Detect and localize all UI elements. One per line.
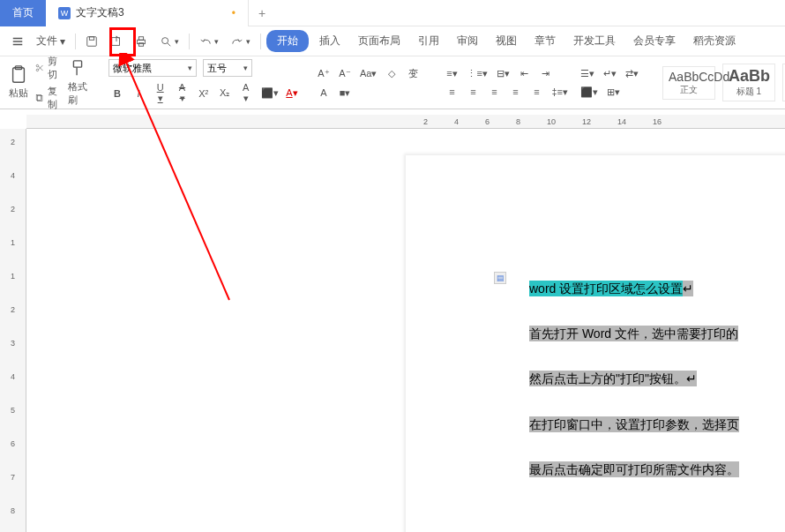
- change-case-button[interactable]: Aa▾: [357, 66, 379, 81]
- decrease-indent-button[interactable]: ⇤: [516, 66, 534, 81]
- show-marks-button[interactable]: ↵▾: [601, 66, 619, 81]
- tab-reference[interactable]: 引用: [411, 30, 446, 52]
- export-button[interactable]: [106, 33, 127, 50]
- numbering-button[interactable]: ⋮≡▾: [464, 66, 490, 81]
- copy-button[interactable]: 复制: [35, 85, 61, 111]
- chevron-down-icon[interactable]: ▾: [188, 64, 192, 72]
- scissors-icon: [35, 62, 44, 74]
- chevron-down-icon[interactable]: ▾: [243, 64, 248, 72]
- doc-paragraph[interactable]: 最后点击确定即可打印所需文件内容。: [529, 453, 785, 487]
- style-name: 正文: [669, 84, 709, 96]
- print-button[interactable]: [131, 33, 152, 50]
- align-left-button[interactable]: ≡: [443, 85, 460, 99]
- undo-icon: [199, 35, 212, 48]
- multilevel-button[interactable]: ⊟▾: [494, 66, 512, 81]
- new-tab-button[interactable]: +: [249, 6, 275, 20]
- page[interactable]: ▤ word 设置打印区域怎么设置↵ 首先打开 Word 文件，选中需要打印的 …: [406, 155, 785, 532]
- chevron-down-icon: ▾: [60, 35, 65, 48]
- chevron-down-icon: ▾: [175, 37, 179, 46]
- char-shading-button[interactable]: ■▾: [336, 86, 354, 101]
- file-menu[interactable]: 文件 ▾: [32, 31, 70, 51]
- print-preview-button[interactable]: ▾: [155, 33, 183, 50]
- doc-paragraph[interactable]: 然后点击上方的"打印"按钮。↵: [529, 362, 785, 396]
- tab-review[interactable]: 审阅: [450, 30, 485, 52]
- tab-page-layout[interactable]: 页面布局: [351, 30, 407, 52]
- tab-view[interactable]: 视图: [489, 30, 524, 52]
- style-normal[interactable]: AaBbCcDd 正文: [662, 66, 715, 100]
- align-right-button[interactable]: ≡: [485, 85, 503, 99]
- phonetic-button[interactable]: 变: [404, 65, 422, 82]
- align-justify-button[interactable]: ≡: [506, 85, 524, 99]
- hamburger-menu[interactable]: [7, 33, 28, 50]
- dirty-indicator: •: [232, 7, 236, 19]
- save-button[interactable]: [81, 33, 102, 50]
- superscript-button[interactable]: X²: [195, 86, 213, 101]
- align-distribute-button[interactable]: ≡: [527, 85, 545, 99]
- paste-group[interactable]: 粘贴: [9, 65, 28, 100]
- increase-font-button[interactable]: A⁺: [315, 66, 333, 81]
- font-color-button[interactable]: A▾: [283, 86, 301, 101]
- preview-icon: [160, 35, 172, 48]
- font-name-select[interactable]: [108, 59, 197, 77]
- document-tab[interactable]: W 文字文稿3 •: [46, 0, 249, 26]
- doc-paragraph[interactable]: 首先打开 Word 文件，选中需要打印的: [529, 317, 785, 351]
- clear-format-button[interactable]: ◇: [383, 66, 400, 81]
- redo-icon: [231, 35, 243, 48]
- tab-docer[interactable]: 稻壳资源: [686, 30, 743, 52]
- tab-start[interactable]: 开始: [266, 30, 309, 52]
- align-center-button[interactable]: ≡: [464, 85, 482, 99]
- style-name: 标题 1: [729, 86, 769, 98]
- copy-icon: [35, 92, 44, 104]
- tab-member[interactable]: 会员专享: [626, 30, 683, 52]
- home-tab[interactable]: 首页: [0, 0, 46, 26]
- print-icon: [135, 35, 147, 48]
- tab-devtools[interactable]: 开发工具: [566, 30, 623, 52]
- document-tab-label: 文字文稿3: [76, 5, 124, 20]
- export-icon: [110, 35, 123, 48]
- format-painter-button[interactable]: 格式刷: [68, 59, 87, 107]
- text-effect-button[interactable]: A ▾: [237, 80, 255, 106]
- chevron-down-icon: ▾: [214, 37, 219, 46]
- ribbon: 粘贴 剪切 复制 格式刷 ▾ ▾ B I U ▾ A ▾ X² X₂ A ▾: [0, 56, 785, 109]
- sort-button[interactable]: ☰▾: [578, 66, 597, 81]
- subscript-button[interactable]: X₂: [216, 86, 234, 101]
- file-menu-label: 文件: [36, 34, 57, 49]
- vertical-ruler[interactable]: 2421123456789101112: [0, 129, 26, 532]
- svg-rect-4: [138, 36, 143, 40]
- bullets-button[interactable]: ≡▾: [443, 66, 460, 81]
- separator: [189, 34, 190, 49]
- cut-button[interactable]: 剪切: [35, 55, 61, 81]
- document-canvas[interactable]: ▤ word 设置打印区域怎么设置↵ 首先打开 Word 文件，选中需要打印的 …: [26, 129, 785, 532]
- tab-button[interactable]: ⇄▾: [623, 66, 641, 81]
- hamburger-icon: [11, 35, 24, 48]
- bold-button[interactable]: B: [108, 86, 126, 101]
- style-heading1[interactable]: AaBb 标题 1: [722, 64, 775, 101]
- tab-insert[interactable]: 插入: [312, 30, 348, 52]
- title-bar: 首页 W 文字文稿3 • +: [0, 0, 785, 26]
- chevron-down-icon: ▾: [246, 37, 250, 46]
- strikethrough-button[interactable]: A ▾: [173, 80, 191, 106]
- svg-point-10: [36, 64, 38, 66]
- char-border-button[interactable]: A: [315, 86, 333, 100]
- doc-title[interactable]: word 设置打印区域怎么设置↵: [529, 272, 785, 306]
- style-sample: AaBb: [729, 67, 769, 86]
- italic-button[interactable]: I: [130, 86, 147, 101]
- tab-section[interactable]: 章节: [527, 30, 563, 52]
- highlight-button[interactable]: ⬛▾: [258, 86, 280, 101]
- borders-button[interactable]: ⊞▾: [604, 85, 623, 100]
- redo-button[interactable]: ▾: [227, 33, 255, 50]
- svg-rect-0: [87, 36, 97, 46]
- shading-button[interactable]: ⬛▾: [578, 85, 601, 100]
- decrease-font-button[interactable]: A⁻: [336, 66, 354, 81]
- copy-label: 复制: [48, 85, 61, 111]
- horizontal-ruler[interactable]: 246810121416: [26, 115, 785, 129]
- increase-indent-button[interactable]: ⇥: [537, 66, 555, 81]
- separator: [75, 34, 76, 49]
- underline-button[interactable]: U ▾: [151, 80, 169, 106]
- doc-paragraph[interactable]: 在打印窗口中，设置打印参数，选择页: [529, 408, 785, 442]
- clipboard-icon: [9, 65, 28, 85]
- undo-button[interactable]: ▾: [195, 33, 223, 50]
- style-sample: AaBbCcDd: [669, 70, 709, 84]
- line-spacing-button[interactable]: ‡≡▾: [549, 85, 571, 100]
- save-icon: [86, 35, 98, 48]
